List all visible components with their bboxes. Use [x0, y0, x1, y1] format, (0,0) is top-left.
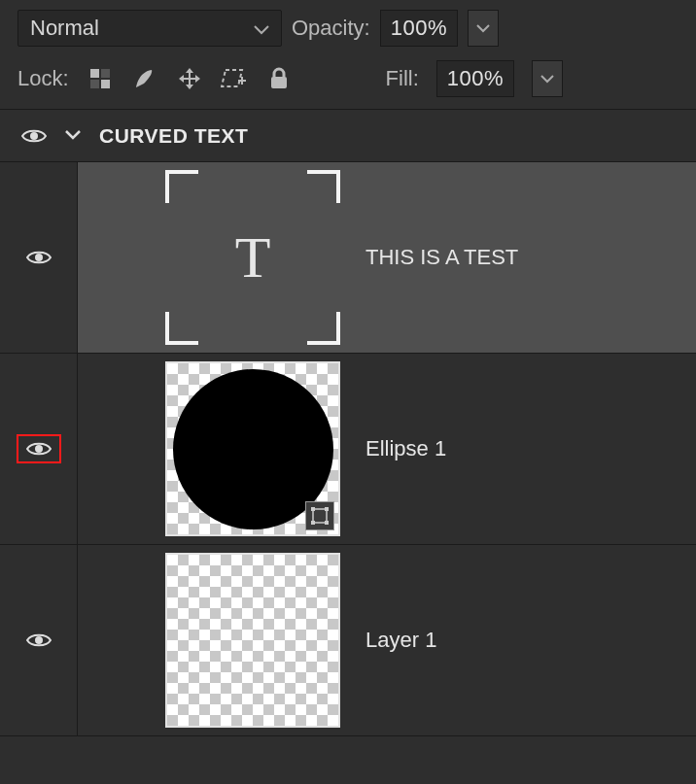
lock-pixels-icon[interactable] — [131, 65, 158, 92]
fill-value: 100% — [447, 66, 504, 91]
eye-icon[interactable] — [26, 440, 52, 458]
svg-rect-11 — [311, 521, 315, 525]
layer-name[interactable]: THIS IS A TEST — [365, 245, 518, 270]
svg-rect-9 — [311, 507, 315, 511]
lock-position-icon[interactable] — [176, 65, 203, 92]
opacity-value: 100% — [391, 16, 447, 41]
lock-transparency-icon[interactable] — [87, 65, 114, 92]
raster-layer-thumbnail[interactable] — [165, 553, 340, 728]
lock-artboard-icon[interactable] — [221, 65, 248, 92]
layer-row-ellipse[interactable]: Ellipse 1 — [0, 354, 696, 545]
blend-mode-value: Normal — [30, 16, 99, 41]
layer-name[interactable]: Layer 1 — [365, 628, 436, 653]
group-title: CURVED TEXT — [99, 124, 248, 148]
fill-input[interactable]: 100% — [436, 60, 514, 97]
opacity-dropdown-button[interactable] — [468, 10, 499, 47]
svg-point-7 — [35, 445, 43, 453]
layer-row-text[interactable]: T THIS IS A TEST — [0, 162, 696, 354]
chevron-down-icon[interactable] — [64, 127, 82, 145]
lock-all-icon[interactable] — [265, 65, 293, 92]
layer-row-raster[interactable]: Layer 1 — [0, 545, 696, 736]
fill-label: Fill: — [386, 66, 419, 91]
lock-icons-group — [87, 65, 293, 92]
svg-rect-0 — [90, 69, 99, 78]
shape-layer-thumbnail[interactable] — [165, 361, 340, 536]
highlighted-visibility-toggle[interactable] — [17, 434, 61, 463]
opacity-input[interactable]: 100% — [380, 10, 458, 47]
eye-icon[interactable] — [26, 249, 52, 266]
opacity-label: Opacity: — [292, 16, 370, 41]
eye-icon[interactable] — [21, 127, 47, 145]
svg-rect-8 — [313, 509, 327, 523]
svg-rect-4 — [271, 77, 287, 88]
eye-icon[interactable] — [26, 631, 52, 649]
layer-group-header[interactable]: CURVED TEXT — [0, 110, 696, 162]
svg-point-5 — [30, 132, 38, 140]
type-icon: T — [235, 224, 271, 291]
svg-rect-12 — [325, 521, 329, 525]
svg-rect-2 — [90, 80, 99, 88]
text-layer-thumbnail[interactable]: T — [165, 170, 340, 345]
svg-rect-10 — [325, 507, 329, 511]
fill-dropdown-button[interactable] — [532, 60, 563, 97]
svg-rect-1 — [101, 69, 110, 78]
chevron-down-icon — [254, 16, 269, 41]
lock-label: Lock: — [17, 66, 69, 91]
svg-point-6 — [35, 254, 43, 261]
svg-point-13 — [35, 636, 43, 644]
blend-mode-select[interactable]: Normal — [17, 10, 282, 47]
vector-mask-badge-icon[interactable] — [305, 501, 334, 530]
lock-fill-bar: Lock: Fill: 100% — [0, 54, 696, 110]
blend-opacity-bar: Normal Opacity: 100% — [0, 0, 696, 54]
layer-name[interactable]: Ellipse 1 — [365, 436, 446, 461]
svg-rect-3 — [101, 80, 110, 88]
